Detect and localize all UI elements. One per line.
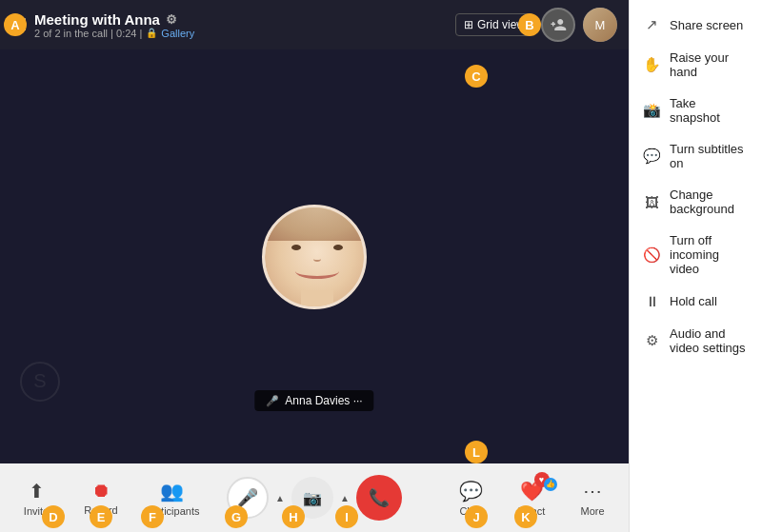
- end-call-icon: 📞: [369, 487, 390, 508]
- participant-avatar-header[interactable]: M: [583, 8, 617, 42]
- annotation-c: C: [465, 65, 488, 88]
- header-subtitle: 2 of 2 in the call | 0:24 | 🔒 Gallery: [34, 28, 194, 39]
- incoming-video-label: Turn off incoming video: [670, 233, 749, 276]
- annotation-b: B: [518, 13, 541, 36]
- video-area: S: [0, 49, 629, 463]
- menu-item-turn-subtitles[interactable]: 💬 Turn subtitles on: [630, 133, 762, 179]
- end-call-button[interactable]: 📞: [356, 475, 402, 521]
- menu-items-list: ↗ Share screen ✋ Raise your hand 📸 Take …: [630, 0, 762, 532]
- invite-icon: ⬆: [29, 480, 45, 502]
- hold-call-icon: ⏸: [643, 293, 660, 309]
- snapshot-label: Take snapshot: [670, 96, 749, 125]
- meeting-title-text: Meeting with Anna: [34, 11, 160, 28]
- background-icon: 🖼: [643, 194, 660, 210]
- subtitles-label: Turn subtitles on: [670, 142, 749, 170]
- call-info: 2 of 2 in the call | 0:24 |: [34, 28, 142, 39]
- more-label: More: [580, 505, 604, 517]
- share-screen-icon: ↗: [643, 16, 660, 33]
- svg-text:S: S: [33, 370, 46, 391]
- avatar-image: [265, 205, 364, 309]
- menu-item-take-snapshot[interactable]: 📸 Take snapshot: [630, 88, 762, 133]
- annotation-a: A: [4, 13, 27, 36]
- av-settings-label: Audio and video settings: [670, 326, 749, 355]
- annotation-f: F: [141, 505, 164, 528]
- participant-name-text: Anna Davies ···: [285, 394, 362, 407]
- raise-hand-icon: ✋: [643, 56, 660, 73]
- grid-icon: ⊞: [464, 18, 473, 31]
- menu-item-raise-hand[interactable]: ✋ Raise your hand: [630, 42, 762, 88]
- share-screen-label: Share screen: [670, 18, 743, 32]
- gallery-label[interactable]: Gallery: [161, 28, 194, 39]
- face-container: [265, 205, 364, 309]
- annotation-i: I: [335, 505, 358, 528]
- annotation-g: G: [225, 505, 248, 528]
- participants-icon: 👥: [160, 480, 184, 502]
- react-blue-badge: 👍: [544, 478, 557, 491]
- skype-logo-icon: S: [19, 361, 61, 403]
- meeting-title: Meeting with Anna ⚙: [34, 11, 194, 28]
- mic-icon: 🎤: [237, 487, 258, 508]
- menu-item-audio-video-settings[interactable]: ⚙ Audio and video settings: [630, 318, 762, 364]
- more-button[interactable]: ⋯ More: [572, 480, 613, 517]
- add-participant-button[interactable]: [541, 8, 575, 42]
- incoming-video-icon: 🚫: [643, 246, 660, 264]
- header-left: ☰ Meeting with Anna ⚙ 2 of 2 in the call…: [11, 11, 455, 39]
- annotation-d: D: [42, 505, 65, 528]
- menu-item-share-screen[interactable]: ↗ Share screen: [630, 8, 762, 42]
- menu-item-turn-off-incoming[interactable]: 🚫 Turn off incoming video: [630, 225, 762, 285]
- background-label: Change background: [670, 187, 749, 216]
- menu-item-hold-call[interactable]: ⏸ Hold call: [630, 285, 762, 318]
- annotation-j: J: [465, 505, 488, 528]
- lock-icon: 🔒: [146, 28, 157, 38]
- annotation-k: K: [514, 505, 537, 528]
- mic-off-icon: 🎤: [266, 395, 279, 407]
- chat-icon: 💬: [459, 480, 483, 502]
- hold-call-label: Hold call: [670, 294, 717, 308]
- subtitles-icon: 💬: [643, 148, 660, 165]
- participant-name-badge: 🎤 Anna Davies ···: [254, 390, 373, 411]
- av-settings-icon: ⚙: [643, 332, 660, 349]
- more-icon: ⋯: [583, 480, 602, 502]
- record-icon: ⏺: [91, 480, 110, 502]
- annotation-e: E: [90, 505, 112, 528]
- settings-gear-icon[interactable]: ⚙: [166, 12, 177, 27]
- raise-hand-label: Raise your hand: [670, 50, 749, 79]
- toolbar-center-controls: 🎤 ▲ 📷 ▲ 📞: [225, 475, 404, 521]
- more-dropdown-menu: ↗ Share screen ✋ Raise your hand 📸 Take …: [629, 0, 762, 532]
- skype-watermark: S: [19, 361, 61, 406]
- person-add-icon: [550, 16, 567, 33]
- participant-video-avatar: [262, 205, 367, 309]
- react-icon: ❤️ ♥ 👍: [520, 480, 544, 502]
- annotation-h: H: [282, 505, 305, 528]
- menu-item-change-background[interactable]: 🖼 Change background: [630, 179, 762, 225]
- snapshot-icon: 📸: [643, 102, 660, 119]
- camera-off-icon: 📷: [303, 489, 322, 507]
- avatar-face: M: [583, 8, 617, 42]
- annotation-l: L: [465, 441, 488, 463]
- header-title-area: Meeting with Anna ⚙ 2 of 2 in the call |…: [34, 11, 194, 39]
